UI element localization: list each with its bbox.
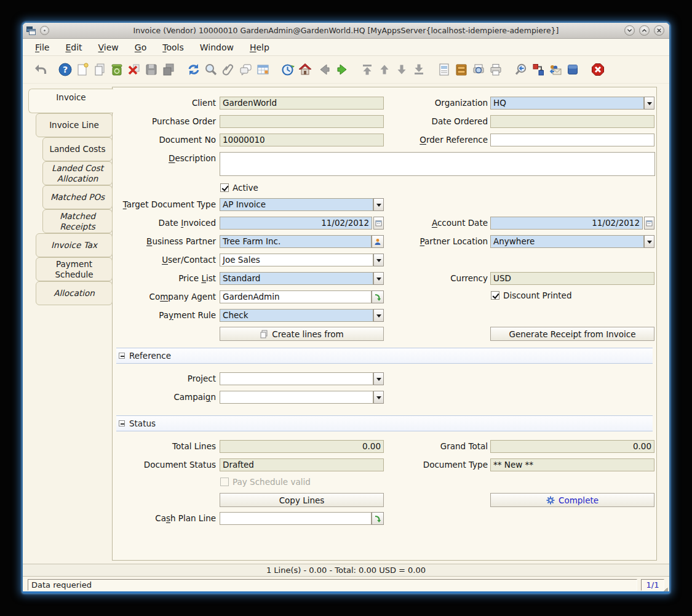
- company-agent-zoom-button[interactable]: [372, 290, 384, 303]
- next-record-icon[interactable]: [393, 61, 410, 78]
- reference-section-header: Reference: [116, 348, 653, 364]
- titlebar[interactable]: Invoice (Vendor) 10000010 GardenAdmin@Ga…: [23, 23, 669, 39]
- project-dropdown-icon[interactable]: [373, 372, 384, 385]
- menu-view[interactable]: View: [92, 41, 125, 54]
- request-icon[interactable]: [547, 61, 564, 78]
- target-document-type-dropdown-icon[interactable]: [373, 198, 384, 211]
- resize-grip[interactable]: [663, 587, 668, 592]
- campaign-field[interactable]: [220, 391, 373, 404]
- grid-toggle-icon[interactable]: [254, 61, 271, 78]
- account-date-field[interactable]: 11/02/2012: [490, 217, 643, 230]
- tab-payment-schedule[interactable]: Payment Schedule: [36, 257, 113, 281]
- user-contact-field[interactable]: Joe Sales: [220, 254, 373, 266]
- partner-location-dropdown-icon[interactable]: [644, 235, 654, 248]
- tab-invoice-line[interactable]: Invoice Line: [36, 113, 113, 137]
- tab-invoice-tax[interactable]: Invoice Tax: [36, 233, 113, 257]
- document-no-label: Document No: [114, 134, 216, 146]
- grand-total-label: Grand Total: [371, 440, 488, 452]
- parent-tab-icon[interactable]: [316, 61, 333, 78]
- cash-plan-line-field[interactable]: [220, 512, 372, 525]
- shade-button[interactable]: [40, 26, 49, 35]
- refresh-icon[interactable]: [185, 61, 202, 78]
- total-lines-label: Total Lines: [114, 440, 216, 452]
- discount-printed-checkbox[interactable]: [491, 291, 499, 300]
- price-list-field[interactable]: Standard: [220, 272, 373, 285]
- target-document-type-field[interactable]: AP Invoice: [220, 198, 373, 211]
- delete-icon[interactable]: [108, 61, 125, 78]
- description-field[interactable]: [220, 152, 655, 176]
- report-icon[interactable]: [435, 61, 453, 78]
- tab-matched-pos[interactable]: Matched POs: [42, 185, 113, 209]
- exit-icon[interactable]: [589, 61, 606, 78]
- gear-icon: [546, 496, 555, 505]
- generate-receipt-button[interactable]: Generate Receipt from Invoice: [490, 327, 654, 341]
- zoom-across-icon[interactable]: [512, 61, 530, 78]
- company-agent-field[interactable]: GardenAdmin: [220, 290, 372, 303]
- tab-matched-receipts[interactable]: Matched Receipts: [42, 209, 113, 233]
- project-field[interactable]: [220, 372, 373, 385]
- pay-schedule-valid-label: Pay Schedule valid: [233, 477, 311, 487]
- minimize-button[interactable]: [624, 25, 635, 36]
- menu-tools[interactable]: Tools: [156, 41, 190, 54]
- reference-section-label: Reference: [129, 351, 171, 361]
- print-icon[interactable]: [487, 61, 504, 78]
- date-invoiced-field[interactable]: 11/02/2012: [220, 217, 372, 230]
- undo-icon[interactable]: [31, 61, 49, 78]
- first-record-icon[interactable]: [359, 61, 376, 78]
- active-checkbox[interactable]: [220, 183, 229, 192]
- save-create-icon[interactable]: [160, 61, 177, 78]
- business-partner-field[interactable]: Tree Farm Inc.: [220, 235, 372, 248]
- save-icon[interactable]: [143, 61, 160, 78]
- previous-record-icon[interactable]: [376, 61, 393, 78]
- detail-tab-icon[interactable]: [333, 61, 351, 78]
- organization-dropdown-icon[interactable]: [644, 97, 654, 110]
- menu-window[interactable]: Window: [194, 41, 240, 54]
- menu-go[interactable]: Go: [129, 41, 153, 54]
- tab-landed-costs[interactable]: Landed Costs: [42, 137, 113, 161]
- history-icon[interactable]: [279, 61, 296, 78]
- tab-landed-cost-allocation[interactable]: Landed Cost Allocation: [42, 161, 113, 185]
- account-date-calendar-button[interactable]: [644, 217, 654, 230]
- help-icon[interactable]: ?: [57, 61, 74, 78]
- campaign-dropdown-icon[interactable]: [373, 391, 384, 404]
- copy-record-icon[interactable]: [91, 61, 108, 78]
- chat-icon[interactable]: [237, 61, 254, 78]
- payment-rule-field[interactable]: Check: [220, 309, 373, 322]
- user-contact-dropdown-icon[interactable]: [373, 254, 384, 266]
- order-reference-field[interactable]: [490, 134, 654, 146]
- attachment-icon[interactable]: [220, 61, 237, 78]
- chevron-down-icon: [627, 28, 632, 33]
- organization-field[interactable]: HQ: [490, 97, 644, 110]
- find-icon[interactable]: [202, 61, 220, 78]
- archive-icon[interactable]: [453, 61, 470, 78]
- purchase-order-field: [220, 115, 384, 128]
- maximize-button[interactable]: [639, 25, 650, 36]
- svg-text:?: ?: [63, 65, 68, 74]
- campaign-label: Campaign: [114, 391, 216, 403]
- collapse-icon[interactable]: [119, 353, 125, 359]
- payment-rule-dropdown-icon[interactable]: [373, 309, 384, 322]
- print-preview-icon[interactable]: [470, 61, 487, 78]
- menu-help[interactable]: Help: [244, 41, 276, 54]
- complete-button[interactable]: Complete: [490, 493, 654, 507]
- tab-allocation[interactable]: Allocation: [36, 281, 113, 305]
- new-record-icon[interactable]: [74, 61, 91, 78]
- workflow-icon[interactable]: [530, 61, 547, 78]
- product-info-icon[interactable]: [564, 61, 581, 78]
- create-lines-from-button[interactable]: Create lines from: [220, 327, 384, 341]
- toolbar: ?: [23, 56, 669, 84]
- menu-edit[interactable]: Edit: [59, 41, 88, 54]
- document-status-label: Document Status: [114, 458, 216, 471]
- purchase-order-label: Purchase Order: [114, 115, 216, 127]
- menu-file[interactable]: File: [29, 41, 55, 54]
- last-record-icon[interactable]: [410, 61, 428, 78]
- partner-location-field[interactable]: Anywhere: [490, 235, 644, 248]
- client-label: Client: [114, 97, 216, 109]
- copy-lines-button[interactable]: Copy Lines: [220, 493, 384, 507]
- delete-selection-icon[interactable]: [125, 61, 143, 78]
- home-icon[interactable]: [296, 61, 314, 78]
- tab-invoice[interactable]: Invoice: [28, 89, 113, 113]
- collapse-icon[interactable]: [119, 420, 125, 426]
- cash-plan-line-zoom-button[interactable]: [372, 512, 384, 525]
- close-button[interactable]: [654, 25, 664, 36]
